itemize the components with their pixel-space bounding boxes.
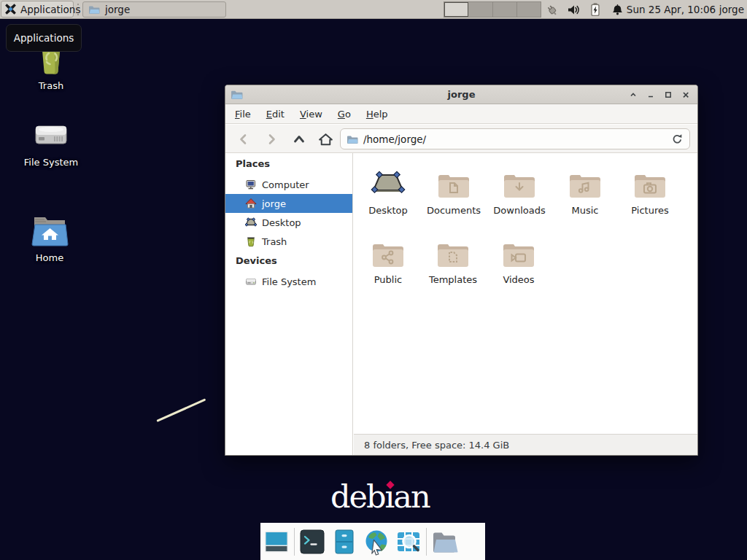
file-item-label: Videos (487, 274, 551, 285)
brand-letter-i: ı (385, 478, 394, 515)
file-item-label: Downloads (487, 205, 551, 216)
applications-menu-label: Applications (20, 4, 80, 15)
notification-bell-icon[interactable] (610, 2, 624, 17)
show-desktop-icon (263, 528, 290, 556)
desktop-icon-home[interactable]: Home (6, 211, 93, 263)
forward-button[interactable] (262, 130, 281, 149)
menu-help[interactable]: Help (366, 106, 395, 122)
panel-clock[interactable]: Sun 25 Apr, 10:06 (626, 0, 716, 19)
back-button[interactable] (234, 130, 253, 149)
sidebar-header-devices: Devices (236, 255, 277, 266)
terminal-icon (298, 528, 326, 556)
taskbar-window-title: jorge (105, 4, 130, 15)
home-button[interactable] (316, 130, 335, 149)
battery-icon[interactable] (588, 2, 603, 17)
globe-browser-icon (363, 528, 390, 556)
file-item-downloads[interactable]: Downloads (487, 166, 551, 216)
file-item-desktop[interactable]: Desktop (356, 166, 420, 216)
desktop-folder-icon (356, 166, 420, 199)
path-input[interactable]: /home/jorge/ (363, 133, 666, 145)
workspace-4[interactable] (517, 2, 541, 17)
sidebar-item-file-system[interactable]: File System (225, 272, 352, 291)
sidebar-header-places: Places (236, 158, 270, 169)
pictures-folder-icon (618, 166, 682, 199)
sidebar-item-label: Trash (262, 236, 287, 247)
desktop-mini-icon (245, 217, 257, 228)
computer-icon (245, 179, 257, 190)
file-item-videos[interactable]: Videos (487, 235, 551, 285)
applications-tooltip: Applications (6, 24, 82, 52)
brand-text-post: an (393, 478, 429, 515)
file-manager-window: jorge File Edit View Go Help (225, 85, 698, 456)
shade-button[interactable] (624, 85, 642, 104)
templates-folder-icon (421, 235, 485, 268)
folder-icon (88, 4, 100, 15)
file-item-label: Documents (422, 205, 486, 216)
terminal-launcher[interactable] (296, 527, 328, 556)
menu-edit[interactable]: Edit (266, 106, 292, 122)
power-plug-icon[interactable] (544, 2, 559, 17)
drive-mini-icon (245, 276, 257, 287)
sidebar-item-computer[interactable]: Computer (225, 175, 352, 194)
taskbar-window-button[interactable]: jorge (82, 1, 226, 18)
pathbar[interactable]: /home/jorge/ (340, 128, 690, 149)
menubar: File Edit View Go Help (225, 104, 697, 124)
desktop-icon-file-system[interactable]: File System (7, 113, 95, 168)
home-folder-icon (6, 211, 93, 249)
window-titlebar[interactable]: jorge (225, 85, 697, 104)
hard-drive-icon (7, 113, 95, 154)
desktop-icon-label: Trash (7, 80, 95, 91)
sidebar-item-label: File System (262, 276, 316, 287)
file-item-label: Pictures (618, 205, 682, 216)
music-folder-icon (553, 166, 617, 199)
workspace-pager (444, 1, 541, 18)
xfce-logo-icon (4, 3, 17, 15)
videos-folder-icon (487, 235, 551, 268)
file-item-public[interactable]: Public (356, 235, 420, 285)
top-panel: Applications jorge Sun 25 Apr, 10:06 jor… (0, 0, 747, 19)
menu-go[interactable]: Go (338, 106, 358, 122)
toolbar: /home/jorge/ (225, 125, 697, 153)
tooltip-text: Applications (14, 32, 74, 44)
applications-menu-button[interactable]: Applications (1, 1, 74, 18)
reload-button[interactable] (671, 133, 684, 145)
volume-icon[interactable] (566, 2, 581, 17)
debian-wallpaper-logo: debıan (330, 478, 430, 516)
panel-handle[interactable] (76, 4, 80, 15)
pathbar-folder-icon (347, 134, 358, 144)
up-button[interactable] (290, 130, 309, 149)
wallpaper-stroke (156, 398, 206, 421)
file-view[interactable]: Desktop Documents Downloads (354, 153, 697, 434)
sidebar-item-trash[interactable]: Trash (225, 232, 352, 251)
app-finder-launcher[interactable] (392, 527, 425, 556)
menu-file[interactable]: File (235, 106, 258, 122)
dock-separator (426, 528, 427, 556)
show-desktop-button[interactable] (260, 527, 293, 556)
workspace-2[interactable] (468, 2, 492, 17)
sidebar: Places Computer jorge Desktop Trash (225, 153, 353, 455)
trash-mini-icon (245, 236, 257, 247)
menu-view[interactable]: View (300, 106, 330, 122)
workspace-1[interactable] (444, 2, 468, 17)
file-browser-launcher[interactable] (428, 527, 460, 556)
file-item-templates[interactable]: Templates (421, 235, 485, 285)
dock (260, 523, 485, 560)
file-item-music[interactable]: Music (553, 166, 617, 216)
home-icon (245, 198, 257, 209)
sidebar-item-desktop[interactable]: Desktop (225, 213, 352, 232)
web-browser-launcher[interactable] (360, 527, 392, 556)
sidebar-item-label: Desktop (262, 217, 301, 228)
sidebar-item-label: Computer (262, 179, 309, 190)
sidebar-item-jorge[interactable]: jorge (225, 194, 352, 213)
desktop-icon-label: Home (6, 252, 93, 263)
workspace-3[interactable] (493, 2, 517, 17)
minimize-button[interactable] (642, 85, 659, 104)
file-manager-launcher[interactable] (328, 527, 360, 556)
file-cabinet-icon (330, 528, 358, 556)
file-item-documents[interactable]: Documents (422, 166, 486, 216)
file-item-pictures[interactable]: Pictures (618, 166, 682, 216)
window-controls (624, 85, 694, 104)
maximize-button[interactable] (659, 85, 677, 104)
file-item-label: Templates (421, 274, 485, 285)
close-button[interactable] (677, 85, 694, 104)
